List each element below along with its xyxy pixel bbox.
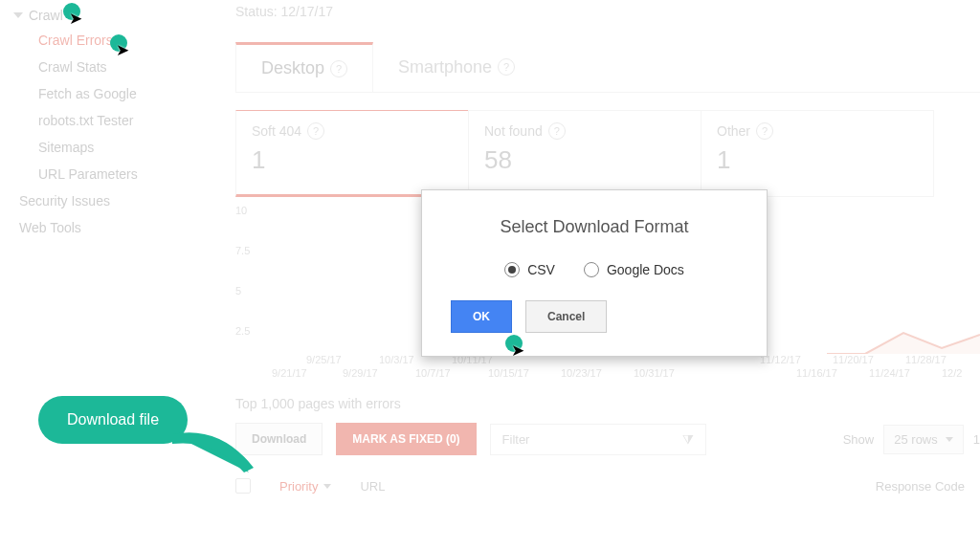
sidebar-item-web-tools[interactable]: Web Tools: [0, 214, 201, 241]
table-toolbar: Download MARK AS FIXED (0) Filter ⧩ Show…: [235, 423, 980, 455]
rows-select-value: 25 rows: [894, 432, 938, 447]
sidebar-item-robots-txt[interactable]: robots.txt Tester: [38, 107, 201, 134]
caret-down-icon: [946, 437, 953, 442]
card-count: 1: [252, 145, 453, 175]
show-label: Show: [843, 432, 875, 447]
tab-smartphone[interactable]: Smartphone ?: [373, 42, 540, 92]
rows-select[interactable]: 25 rows: [883, 425, 964, 454]
annotation-callout: Download file: [38, 396, 188, 444]
table-subheading: Top 1,000 pages with errors: [235, 396, 980, 411]
ok-button[interactable]: OK: [451, 300, 512, 333]
chart-line: [827, 325, 980, 354]
status-line: Status: 12/17/17: [235, 0, 980, 19]
radio-icon: [504, 262, 520, 277]
tab-desktop-label: Desktop: [261, 58, 324, 78]
radio-gdocs-label: Google Docs: [607, 262, 684, 277]
table-header: Priority URL Response Code: [235, 478, 980, 494]
tab-smartphone-label: Smartphone: [398, 57, 492, 77]
page-start: 1: [973, 432, 980, 447]
mark-fixed-button[interactable]: MARK AS FIXED (0): [336, 423, 476, 455]
col-priority[interactable]: Priority: [279, 479, 331, 494]
sidebar-item-security-issues[interactable]: Security Issues: [0, 187, 201, 214]
y-tick: 2.5: [235, 325, 250, 337]
card-soft404[interactable]: Soft 404? 1: [235, 110, 469, 197]
help-icon[interactable]: ?: [548, 122, 566, 140]
col-url[interactable]: URL: [360, 479, 385, 494]
y-tick: 7.5: [235, 245, 250, 256]
sidebar-group-crawl[interactable]: Crawl: [0, 4, 201, 27]
help-icon[interactable]: ?: [330, 60, 347, 77]
caret-down-icon: [13, 12, 23, 18]
filter-icon: ⧩: [682, 431, 694, 448]
device-tabs: Desktop ? Smartphone ?: [235, 42, 980, 93]
card-notfound[interactable]: Not found? 58: [468, 110, 702, 197]
radio-csv[interactable]: CSV: [504, 262, 555, 277]
x-axis: 9/25/17 10/3/17 10/11/17 11/12/17 11/20/…: [262, 354, 980, 386]
card-title-label: Soft 404: [252, 123, 301, 139]
sidebar-item-fetch-as-google[interactable]: Fetch as Google: [38, 80, 201, 107]
help-icon[interactable]: ?: [307, 122, 324, 140]
help-icon[interactable]: ?: [756, 122, 773, 140]
cancel-button[interactable]: Cancel: [525, 300, 607, 333]
tab-desktop[interactable]: Desktop ?: [235, 42, 373, 92]
radio-icon: [584, 262, 599, 277]
y-tick: 5: [235, 285, 241, 296]
card-title-label: Other: [717, 123, 750, 139]
radio-csv-label: CSV: [527, 262, 555, 277]
filter-placeholder: Filter: [502, 432, 530, 447]
card-other[interactable]: Other? 1: [701, 110, 934, 197]
sidebar-item-sitemaps[interactable]: Sitemaps: [38, 134, 201, 161]
card-title-label: Not found: [484, 123, 543, 139]
card-count: 1: [717, 145, 918, 175]
sidebar-item-url-parameters[interactable]: URL Parameters: [38, 161, 201, 187]
error-type-cards: Soft 404? 1 Not found? 58 Other? 1: [235, 110, 980, 197]
dialog-title: Select Download Format: [451, 217, 738, 237]
sidebar-group-label: Crawl: [29, 8, 63, 23]
radio-gdocs[interactable]: Google Docs: [584, 262, 684, 277]
download-format-dialog: Select Download Format CSV Google Docs O…: [421, 189, 768, 357]
sort-desc-icon: [323, 484, 331, 489]
sidebar: Crawl Crawl Errors Crawl Stats Fetch as …: [0, 0, 201, 241]
filter-input[interactable]: Filter ⧩: [490, 424, 706, 455]
help-icon[interactable]: ?: [498, 58, 515, 76]
col-response-code[interactable]: Response Code: [876, 479, 965, 494]
y-tick: 10: [235, 205, 247, 216]
card-count: 58: [484, 145, 685, 175]
